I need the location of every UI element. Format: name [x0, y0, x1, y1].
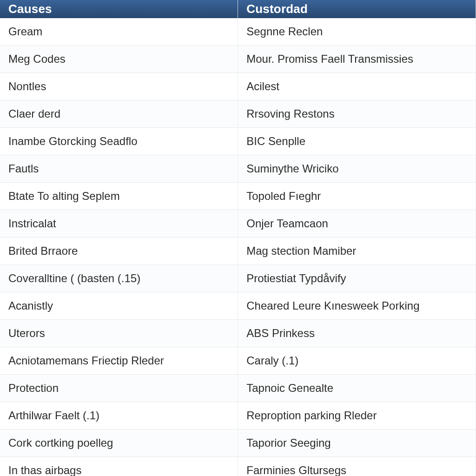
table-row[interactable]: UterorsABS Prinkess [0, 320, 476, 347]
cell-left: Gream [0, 18, 238, 46]
cell-right: Topoled Fıeghr [238, 183, 476, 210]
table-row[interactable]: In thas airbagsFarminies Gltursegs [0, 457, 476, 476]
data-table: Causes Custordad GreamSegnne Reclen Meg … [0, 0, 476, 476]
cell-left: Protection [0, 375, 238, 402]
cell-left: Uterors [0, 320, 238, 347]
cell-right: Tapnoic Genealte [238, 375, 476, 402]
cell-right: Suminythe Wriciko [238, 155, 476, 183]
table-row[interactable]: Arthilwar Faelt (.1)Reproption parking R… [0, 402, 476, 430]
cell-left: Coveralltine ( (basten (.15) [0, 265, 238, 292]
table-row[interactable]: InstricalatOnjer Teamcaon [0, 210, 476, 238]
column-header-custordad[interactable]: Custordad [238, 0, 476, 18]
cell-left: Claer derd [0, 100, 238, 128]
cell-left: Meg Codes [0, 46, 238, 73]
cell-left: In thas airbags [0, 457, 238, 476]
cell-right: Reproption parking Rleder [238, 402, 476, 430]
cell-right: ABS Prinkess [238, 320, 476, 347]
table-row[interactable]: Brited BrraoreMag stection Mamiber [0, 238, 476, 265]
cell-right: Rrsoving Restons [238, 100, 476, 128]
cell-left: Brited Brraore [0, 238, 238, 265]
cell-left: Fautls [0, 155, 238, 183]
table-row[interactable]: ProtectionTapnoic Genealte [0, 375, 476, 402]
table-row[interactable]: Coveralltine ( (basten (.15)Protiestiat … [0, 265, 476, 292]
cell-right: Cheared Leure Kınesweek Porking [238, 292, 476, 320]
cell-right: Mour. Promiss Faell Transmissies [238, 46, 476, 73]
cell-left: Arthilwar Faelt (.1) [0, 402, 238, 430]
cell-left: Inambe Gtorcking Seadflo [0, 128, 238, 155]
table-row[interactable]: AcanistlyCheared Leure Kınesweek Porking [0, 292, 476, 320]
table-row[interactable]: Inambe Gtorcking SeadfloBIC Senplle [0, 128, 476, 155]
cell-right: Segnne Reclen [238, 18, 476, 46]
table-row[interactable]: GreamSegnne Reclen [0, 18, 476, 46]
cell-left: Instricalat [0, 210, 238, 238]
table-row[interactable]: NontlesAcilest [0, 73, 476, 100]
table-row[interactable]: Meg CodesMour. Promiss Faell Transmissie… [0, 46, 476, 73]
table-row[interactable]: Claer derdRrsoving Restons [0, 100, 476, 128]
table-header-row: Causes Custordad [0, 0, 476, 18]
cell-right: Mag stection Mamiber [238, 238, 476, 265]
cell-left: Cork cortking poelleg [0, 430, 238, 457]
table-row[interactable]: Btate To alting SeplemTopoled Fıeghr [0, 183, 476, 210]
cell-right: Farminies Gltursegs [238, 457, 476, 476]
cell-right: Protiestiat Typdåvify [238, 265, 476, 292]
table-row[interactable]: FautlsSuminythe Wriciko [0, 155, 476, 183]
cell-left: Acanistly [0, 292, 238, 320]
cell-right: Taporior Seeging [238, 430, 476, 457]
cell-left: Acniotamemans Friectip Rleder [0, 347, 238, 375]
cell-left: Nontles [0, 73, 238, 100]
cell-right: Caraly (.1) [238, 347, 476, 375]
cell-right: Onjer Teamcaon [238, 210, 476, 238]
table-row[interactable]: Acniotamemans Friectip RlederCaraly (.1) [0, 347, 476, 375]
column-header-causes[interactable]: Causes [0, 0, 238, 18]
table-row[interactable]: Cork cortking poellegTaporior Seeging [0, 430, 476, 457]
cell-left: Btate To alting Seplem [0, 183, 238, 210]
cell-right: Acilest [238, 73, 476, 100]
cell-right: BIC Senplle [238, 128, 476, 155]
